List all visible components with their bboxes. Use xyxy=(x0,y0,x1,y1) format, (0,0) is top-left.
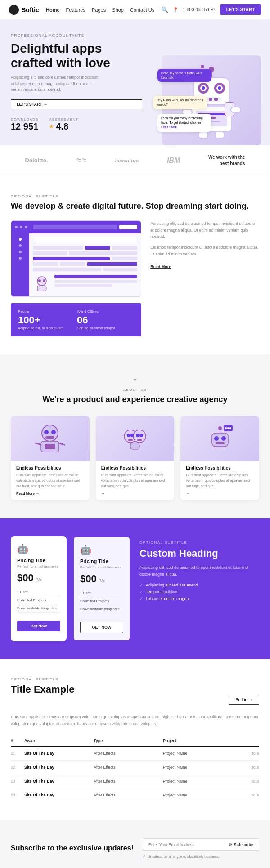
chat-bubble-1: Hello, My name is RoboSkills. Let's talk… xyxy=(158,69,212,82)
svg-point-10 xyxy=(218,86,221,90)
pricing-check-2: ✓ Tempor incididunt xyxy=(140,590,259,594)
pricing-check-1: ✓ Adipiscing elit sed assumend xyxy=(140,583,259,587)
pricing-feature-2-1: Unlimited Projects xyxy=(80,597,123,605)
about-card-2-link[interactable]: → xyxy=(101,492,169,496)
pricing-desc: Adipiscing elit, sed do eiusmod tempor i… xyxy=(140,564,259,577)
pricing-price-1: $00 /Mo xyxy=(17,572,60,584)
mockup-dot-1 xyxy=(15,226,18,228)
pricing-title-2: Pricing Title xyxy=(80,559,123,564)
awards-button[interactable]: Button → xyxy=(229,695,259,705)
about-card-2-image xyxy=(96,416,175,461)
newsletter-input-row: ☞ Subscribe xyxy=(143,838,259,851)
about-card-3: Endless Possibilities Duis sunt applicat… xyxy=(180,416,259,500)
mockup-dot-2 xyxy=(20,226,22,228)
newsletter-right: ☞ Subscribe ✓ Unsubscribe at anytime, ab… xyxy=(143,838,259,859)
check-icon-2: ✓ xyxy=(140,590,143,594)
stat-offices-desc: Sed do eiusmod tempor xyxy=(77,326,115,330)
nav-features[interactable]: Features xyxy=(66,7,86,13)
awards-subtitle: OPTIONAL SUBTITLE xyxy=(11,677,74,681)
pricing-feature-2-0: 1 User xyxy=(80,589,123,597)
stat-offices: World Offices 06 Sed do eiusmod tempor xyxy=(77,309,115,330)
svg-rect-23 xyxy=(199,132,208,138)
mockup-sidebar xyxy=(11,233,29,296)
develop-title: We develop & create digital future. Stop… xyxy=(11,201,259,211)
nav-shop[interactable]: Shop xyxy=(112,7,124,13)
develop-mockup: People 100+ Adipiscing elit, sed do eius… xyxy=(11,220,141,336)
svg-point-27 xyxy=(43,279,45,282)
nav-pages[interactable]: Pages xyxy=(92,7,106,13)
check-circle-icon: ✓ xyxy=(143,855,146,859)
nav-home[interactable]: Home xyxy=(46,7,60,13)
about-card-1-title: Endless Possibilities xyxy=(16,465,84,470)
develop-read-more[interactable]: Read More xyxy=(150,264,171,269)
brand-tagline: We work with thebest brands xyxy=(208,154,245,167)
stat-assessment-rating: ★ 4.8 xyxy=(49,121,78,132)
svg-line-36 xyxy=(59,443,64,445)
awards-table: # Award Type Project 01 Site Of The Day … xyxy=(11,736,259,802)
pricing-right: OPTIONAL SUBTITLE Custom Heading Adipisc… xyxy=(140,536,259,603)
mockup-row-3 xyxy=(33,257,137,260)
about-card-3-link[interactable]: → xyxy=(186,492,254,496)
nav-cta-button[interactable]: LET'S START xyxy=(220,4,261,15)
svg-rect-43 xyxy=(128,439,133,441)
app-mockup xyxy=(11,220,141,297)
about-card-2-title: Endless Possibilities xyxy=(101,465,169,470)
stat-offices-label: World Offices xyxy=(77,309,115,313)
hero-right: Hello, My name is RoboSkills. Let's talk… xyxy=(153,20,270,145)
about-card-3-body: Endless Possibilities Duis sunt applicat… xyxy=(180,461,259,500)
col-project: Project xyxy=(163,738,232,743)
about-card-1-link[interactable]: Read More → xyxy=(16,492,84,496)
pricing-cta-2[interactable]: GET NOW xyxy=(80,622,123,633)
table-row: 02 Site Of The Day After Effects Project… xyxy=(11,761,259,774)
develop-right-text: Adipiscing elit, sed do eiusmod tempor i… xyxy=(150,220,259,336)
robot-icon-1 xyxy=(32,421,68,456)
develop-content: People 100+ Adipiscing elit, sed do eius… xyxy=(11,220,259,336)
pricing-feature-2-2: Downloadable templates xyxy=(80,605,123,613)
pricing-heading: Custom Heading xyxy=(140,547,259,560)
svg-point-54 xyxy=(227,427,229,429)
phone-icon: 📍 xyxy=(173,7,178,12)
newsletter-email-input[interactable] xyxy=(143,838,224,851)
awards-header: OPTIONAL SUBTITLE Title Example Button → xyxy=(11,677,259,705)
mockup-row-1 xyxy=(33,246,137,250)
sidebar-item-2 xyxy=(19,244,22,247)
svg-point-30 xyxy=(44,430,49,434)
col-num: # xyxy=(11,738,24,743)
stat-people-desc: Adipiscing elit, sed do eiusm xyxy=(18,326,63,330)
nav-phone: 1 800 458 56 97 xyxy=(183,7,215,12)
about-card-1-image xyxy=(11,416,90,461)
pricing-card-1: 🤖 Pricing Title Perfect for small busine… xyxy=(11,536,67,641)
robot-icon-3 xyxy=(202,421,238,456)
pricing-feature-1-2: Downloadable templates xyxy=(17,604,60,613)
hero-cta-button[interactable]: LET'S START → xyxy=(11,99,142,109)
brands-section: Deloitte. ≈≈ accenture IBM We work with … xyxy=(0,145,270,176)
about-card-3-image xyxy=(180,416,259,461)
col-type: Type xyxy=(94,738,163,743)
svg-point-39 xyxy=(127,434,130,437)
svg-point-26 xyxy=(38,279,41,282)
awards-section: OPTIONAL SUBTITLE Title Example Button →… xyxy=(0,659,270,820)
about-card-1-body: Endless Possibilities Duis sunt applicat… xyxy=(11,461,90,500)
pricing-check-3: ✓ Labore et dolore magna xyxy=(140,596,259,601)
stat-people-value: 100+ xyxy=(18,314,63,326)
develop-section: OPTIONAL SUBTITLE We develop & create di… xyxy=(0,176,270,354)
pricing-features-1: 1 User Unlimited Projects Downloadable t… xyxy=(17,588,60,613)
newsletter-subscribe-button[interactable]: ☞ Subscribe xyxy=(224,838,259,851)
about-card-2-desc: Duis sunt applicata. Items are or ipsum … xyxy=(101,473,169,489)
mockup-header xyxy=(33,237,137,243)
logo-icon xyxy=(9,5,19,15)
mockup-robot-icon xyxy=(33,275,51,293)
search-icon[interactable]: 🔍 xyxy=(161,6,168,13)
svg-rect-34 xyxy=(45,444,55,449)
stat-downloads-value: 12 951 xyxy=(11,121,38,132)
table-row: 03 Site Of The Day After Effects Project… xyxy=(11,774,259,788)
pricing-cta-1[interactable]: Get Now xyxy=(17,621,60,631)
nav-contact[interactable]: Contact Us xyxy=(130,7,154,13)
about-cards: Endless Possibilities Duis sunt applicat… xyxy=(11,416,259,500)
hero-left: PROFESSIONAL ACCOUNTANTS Delightful apps… xyxy=(0,20,153,145)
pricing-section: 🤖 Pricing Title Perfect for small busine… xyxy=(0,518,270,659)
svg-rect-28 xyxy=(37,286,46,291)
navbar: Softic Home Features Pages Shop Contact … xyxy=(0,0,270,20)
svg-point-42 xyxy=(140,434,143,437)
logo[interactable]: Softic xyxy=(9,5,39,15)
